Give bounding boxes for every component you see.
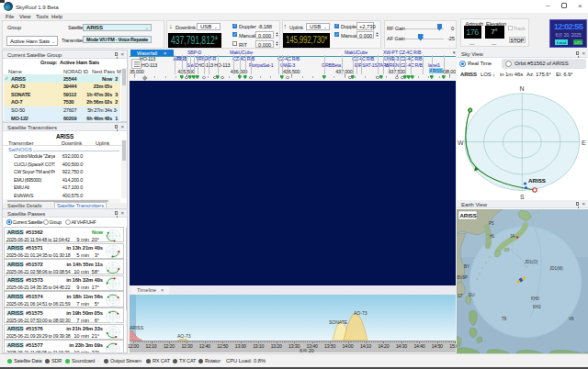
svg-text:W: W [458,140,464,146]
svg-text:HL: HL [490,234,495,239]
svg-text:BY: BY [464,264,469,269]
svg-text:S: S [520,194,525,200]
svg-text:JA: JA [510,234,514,239]
svg-text:ARISS: ARISS [130,324,144,330]
svg-text:AO-73: AO-73 [177,333,191,339]
svg-text:N: N [520,85,525,92]
svg-text:DU: DU [469,293,475,297]
svg-text:V6: V6 [569,317,574,321]
svg-text:T8: T8 [502,317,507,321]
svg-text:SONATE: SONATE [329,319,348,324]
svg-text:P5: P5 [489,221,494,226]
svg-text:AO-73: AO-73 [354,309,368,315]
svg-text:ARISS: ARISS [460,213,477,218]
svg-text:S7: S7 [458,294,463,298]
svg-text:JD1(M): JD1(M) [549,266,563,271]
svg-text:ARISS: ARISS [528,177,546,184]
svg-text:E: E [582,140,586,146]
svg-text:JD1(O): JD1(O) [525,260,538,264]
svg-text:KH0: KH0 [531,296,539,301]
svg-text:KH2: KH2 [533,305,541,309]
svg-text:BV9P: BV9P [458,275,469,280]
